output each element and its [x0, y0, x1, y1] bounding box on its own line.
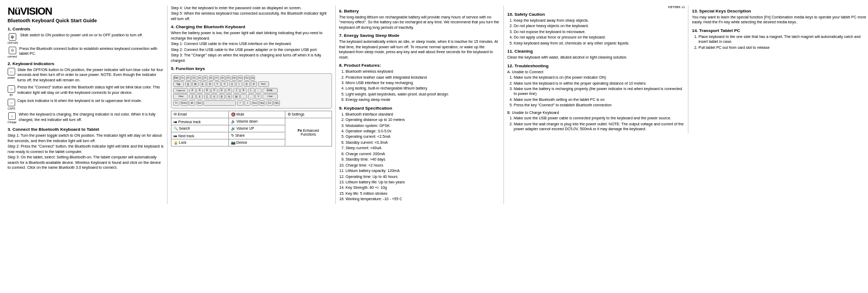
list-item: Charge current: 200mA: [346, 151, 500, 156]
list-item: Energy saving sleep mode: [346, 97, 500, 102]
key-k: K: [240, 88, 247, 93]
list-item: Protective leather case with integrated …: [346, 75, 500, 80]
mute-icon: 🔇: [231, 112, 235, 116]
specs-list: Bluetooth interface standard Operating d…: [339, 112, 500, 202]
key-q: Q: [185, 81, 192, 87]
key-backspace: Back: [258, 81, 269, 87]
column-4a: KBT8BK v1 10. Safety Caution Keep the ke…: [507, 5, 688, 133]
indicator-charge: □ Charge When the keyboard is charging, …: [8, 112, 164, 124]
fn-device-label: Device: [237, 141, 247, 144]
list-item: Sleep current: <40uA: [346, 145, 500, 150]
control-power: ⏻ OFF/ON Slide switch to ON position to …: [8, 33, 164, 44]
header: NüVISION Bluetooth Keyboard Quick Start …: [8, 5, 164, 23]
troubleshoot-a-list: Make sure the keyboard is on (the power …: [507, 75, 685, 108]
section-troubleshoot: 12. Troubleshooting A. Unable to Connect…: [507, 63, 685, 132]
key-capslock: CapsLock: [173, 88, 188, 93]
charge-led-icon: □ Charge: [8, 112, 16, 124]
section-indicators-title: 2. Keyboard Indicators: [8, 61, 164, 66]
key-alt: Alt: [189, 100, 195, 106]
key-n: N: [226, 94, 232, 99]
fn-search-label: Search: [179, 126, 190, 130]
troubleshoot-a-label: A. Unable to Connect: [507, 69, 685, 74]
fn-keys-table: ✉ Email 🔇 Mute ⚙ Settings ⏮ Previous tra…: [171, 111, 332, 146]
key-del-fn: Del: [250, 75, 255, 81]
bt-led-icon: □ BT: [8, 85, 15, 97]
list-item: Lithium battery life: Up to two years: [346, 180, 500, 184]
section-battery-title: 6. Battery: [339, 9, 500, 14]
troubleshoot-b-list: Make sure the USB power cable is connect…: [507, 116, 685, 131]
section-controls-title: 1. Controls: [8, 27, 164, 31]
section-charging: 4. Charging the Bluetooth Keyboard When …: [171, 24, 332, 63]
indicator-bt: □ BT Press the "Connect" button and the …: [8, 85, 164, 97]
list-item: Standby current: <0.3mA: [346, 140, 500, 145]
vol-down-icon: 🔉: [231, 119, 235, 123]
section-specs-title: 9. Keyboard Specification: [339, 106, 500, 111]
section-function-keys: 5. Function keys Esc F1 F2 F3 F4 F5 F6 F…: [171, 66, 332, 147]
key-t: T: [214, 81, 221, 87]
key-v: V: [211, 94, 218, 99]
key-enter: Enter: [263, 88, 278, 93]
special-keys-body: You may want to learn the special functi…: [692, 15, 868, 25]
power-switch-icon: ⏻ OFF/ON: [8, 33, 18, 44]
key-h: H: [226, 88, 232, 93]
key-r: R: [207, 81, 213, 87]
key-fn: Fn: [173, 100, 180, 106]
section-charging-title: 4. Charging the Bluetooth Keyboard: [171, 24, 332, 29]
troubleshoot-a: A. Unable to Connect Make sure the keybo…: [507, 69, 685, 108]
list-item: Standby time: >40 days: [346, 157, 500, 162]
list-item: Long lasting, built-in rechargeable lith…: [346, 86, 500, 91]
section-sleep: 7. Energy Saving Sleep Mode The keyboard…: [339, 33, 500, 60]
share-icon: ↻: [231, 133, 234, 137]
kbd-row-zxcv: ⇧Shift Z X C V B N M , . ? ⇧Shift: [173, 94, 330, 99]
list-item: Key Strength: 80 +/- 10g: [346, 185, 500, 190]
fn-row-email: ✉ Email 🔇 Mute ⚙ Settings: [171, 111, 332, 118]
section-fnkeys-title: 5. Function keys: [171, 66, 332, 71]
battery-body: The long-lasting lithium ion rechargeabl…: [339, 15, 500, 30]
charging-step3: Step 3: The "Charge" stays on when the k…: [171, 53, 332, 63]
key-b: B: [219, 94, 225, 99]
list-item: Charge time: <2 hours: [346, 163, 500, 168]
key-comma: ,: [240, 94, 247, 99]
key-1: 1: [244, 100, 251, 106]
key-d: D: [204, 88, 210, 93]
section-transport-title: 14. Transport Tablet PC: [692, 28, 868, 33]
sleep-body: The keyboard automatically enters an idl…: [339, 39, 500, 60]
email-icon: ✉: [174, 112, 177, 116]
cleaning-body: Clean the keyboard with water, diluted a…: [507, 55, 685, 60]
key-f11: F11: [238, 75, 243, 81]
connect-step5: Step 5: When the wireless keyboard has c…: [171, 11, 332, 21]
key-u: U: [229, 81, 235, 87]
lock-icon: 🔒: [174, 141, 178, 144]
prev-track-icon: ⏮: [174, 120, 177, 124]
list-item: Lithium battery capacity: 120mA: [346, 168, 500, 173]
brand-text: NüVISION: [8, 5, 52, 17]
section-troubleshoot-title: 12. Troubleshooting: [507, 63, 685, 68]
list-item: Do not expose the keyboard to microwave.: [514, 29, 685, 34]
key-f6: F6: [209, 75, 214, 81]
key-slash: ?: [255, 94, 261, 99]
key-p: P: [251, 81, 257, 87]
list-item: Modulation system: GFSK: [346, 123, 500, 128]
control-connect: ⊙ connect Press the Bluetooth connect bu…: [8, 46, 164, 58]
settings-icon: ⚙: [288, 112, 291, 116]
key-home: Home: [252, 100, 258, 106]
list-item: Bluetooth interface standard: [346, 112, 500, 117]
key-f5: F5: [203, 75, 208, 81]
section-connect-title: 3. Connect the Bluetooth Keyboard to Tab…: [8, 127, 164, 132]
key-j: J: [233, 88, 240, 93]
connect-step4: Step 4: Use the keyboard to enter the pa…: [171, 5, 332, 10]
brand-logo: NüVISION: [8, 5, 164, 17]
section-cleaning-title: 11. Cleaning: [507, 49, 685, 54]
key-f: F: [211, 88, 218, 93]
fn-next-label: Next track: [178, 134, 194, 138]
section-controls: 1. Controls ⏻ OFF/ON Slide switch to ON …: [8, 27, 164, 58]
fn-volup-label: Volume UP: [237, 126, 254, 130]
key-c: C: [204, 94, 210, 99]
section-connect-cont: Step 4: Use the keyboard to enter the pa…: [171, 5, 332, 21]
key-delete: Delete: [181, 100, 188, 106]
search-icon: 🔍: [174, 126, 178, 130]
key-g: G: [219, 88, 225, 93]
list-item: Key life: 5 million strokes: [346, 191, 500, 196]
connect-step1: Step 1: Turn the power toggle switch to …: [8, 133, 164, 143]
key-f1: F1: [180, 75, 185, 81]
